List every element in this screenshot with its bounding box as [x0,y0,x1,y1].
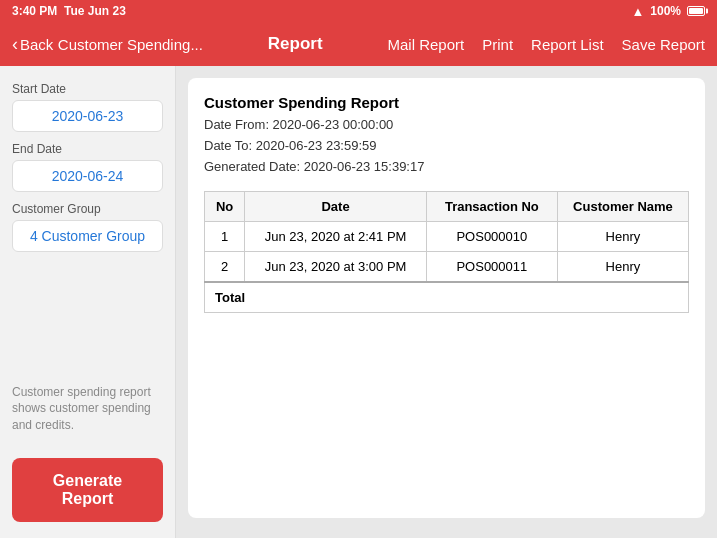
report-date-from: Date From: 2020-06-23 00:00:00 [204,115,689,136]
total-row: Total [205,282,689,313]
col-header-name: Customer Name [557,192,688,222]
end-date-field[interactable]: 2020-06-24 [12,160,163,192]
sidebar-description-container: Customer spending report shows customer … [12,252,163,450]
report-date-to: Date To: 2020-06-23 23:59:59 [204,136,689,157]
total-label: Total [205,282,689,313]
col-header-no: No [205,192,245,222]
generate-report-button[interactable]: Generate Report [12,458,163,522]
table-row: 2 Jun 23, 2020 at 3:00 PM POS000011 Henr… [205,252,689,283]
status-time: 3:40 PM Tue Jun 23 [12,4,126,18]
sidebar: Start Date 2020-06-23 End Date 2020-06-2… [0,66,176,538]
status-indicators: ▲ 100% [631,4,705,19]
cell-trans-no: POS000010 [426,222,557,252]
nav-left: ‹ Back Customer Spending... [12,34,203,55]
nav-right: Mail Report Print Report List Save Repor… [388,36,705,53]
report-table: No Date Transaction No Customer Name 1 J… [204,191,689,313]
customer-group-label: Customer Group [12,202,163,216]
cell-date: Jun 23, 2020 at 2:41 PM [245,222,427,252]
battery-percent: 100% [650,4,681,18]
col-header-date: Date [245,192,427,222]
cell-no: 2 [205,252,245,283]
report-list-button[interactable]: Report List [531,36,604,53]
report-area: Customer Spending Report Date From: 2020… [176,66,717,538]
cell-customer-name: Henry [557,252,688,283]
report-generated-date: Generated Date: 2020-06-23 15:39:17 [204,157,689,178]
cell-no: 1 [205,222,245,252]
end-date-label: End Date [12,142,163,156]
nav-center-title: Report [203,34,388,54]
save-report-button[interactable]: Save Report [622,36,705,53]
back-button[interactable]: Back [20,36,53,53]
print-button[interactable]: Print [482,36,513,53]
start-date-field[interactable]: 2020-06-23 [12,100,163,132]
table-header-row: No Date Transaction No Customer Name [205,192,689,222]
report-meta: Date From: 2020-06-23 00:00:00 Date To: … [204,115,689,177]
customer-group-field[interactable]: 4 Customer Group [12,220,163,252]
report-card: Customer Spending Report Date From: 2020… [188,78,705,518]
mail-report-button[interactable]: Mail Report [388,36,465,53]
start-date-label: Start Date [12,82,163,96]
sidebar-description-text: Customer spending report shows customer … [12,384,163,434]
battery-icon [687,6,705,16]
cell-customer-name: Henry [557,222,688,252]
table-row: 1 Jun 23, 2020 at 2:41 PM POS000010 Henr… [205,222,689,252]
report-title: Customer Spending Report [204,94,689,111]
back-chevron-icon: ‹ [12,34,18,55]
status-bar: 3:40 PM Tue Jun 23 ▲ 100% [0,0,717,22]
nav-bar: ‹ Back Customer Spending... Report Mail … [0,22,717,66]
col-header-trans: Transaction No [426,192,557,222]
nav-subtitle: Customer Spending... [58,36,203,53]
main-layout: Start Date 2020-06-23 End Date 2020-06-2… [0,66,717,538]
wifi-icon: ▲ [631,4,644,19]
cell-date: Jun 23, 2020 at 3:00 PM [245,252,427,283]
cell-trans-no: POS000011 [426,252,557,283]
